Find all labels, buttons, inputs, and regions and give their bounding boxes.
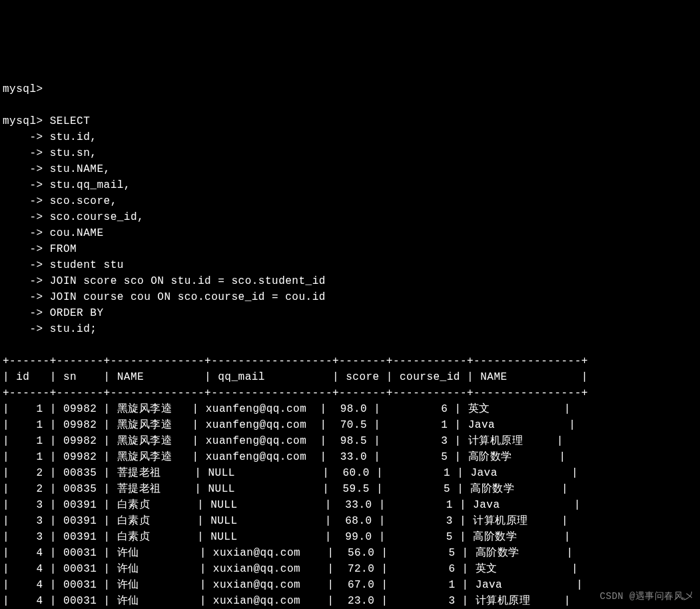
watermark: CSDN @遇事问春风乄 (600, 590, 693, 604)
terminal-output: mysql> mysql> SELECT -> stu.id, -> stu.s… (3, 65, 697, 609)
result-table: +------+-------+--------------+---------… (3, 355, 588, 609)
sql-query: mysql> SELECT -> stu.id, -> stu.sn, -> s… (3, 115, 326, 335)
prompt-line: mysql> (3, 81, 697, 97)
